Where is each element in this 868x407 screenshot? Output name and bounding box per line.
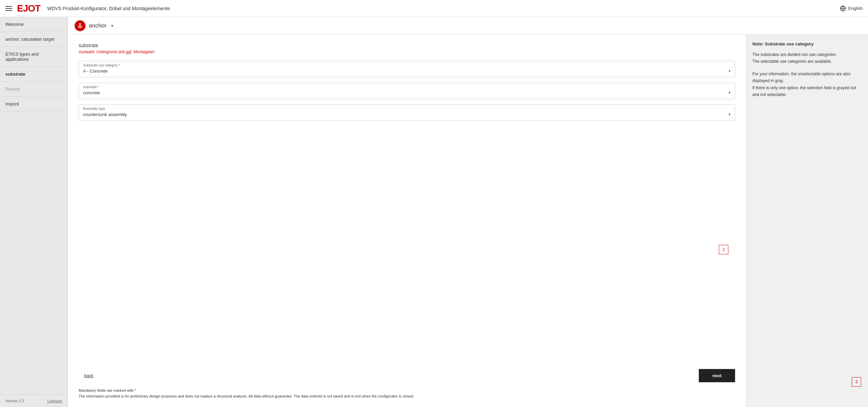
sidebar-item-results: Results xyxy=(0,82,67,97)
region-marker-2: 2 xyxy=(719,245,728,254)
section-subtitle: Auswahl: Untergrund und ggf. Montageart xyxy=(79,50,735,54)
section-title: substrate xyxy=(79,43,735,48)
header: EJOT WDVS Produkt-Konfigurator, Dübel un… xyxy=(0,0,868,17)
assembly-type-value[interactable]: countersunk assembly ▾ xyxy=(79,111,735,120)
assembly-type-select[interactable]: Assembly type countersunk assembly ▾ xyxy=(79,104,735,121)
nav-buttons: back next xyxy=(79,364,735,385)
sidebar-item-substrate[interactable]: substrate xyxy=(0,67,67,82)
right-panel-para-1: The substrates are divided into use cate… xyxy=(752,51,862,65)
substrate-use-category-label: Substrate use category * xyxy=(79,61,735,67)
substrate-use-category-select[interactable]: Substrate use category * A - Concrete ▾ xyxy=(79,61,735,77)
substrate-label: substrate * xyxy=(79,83,735,89)
substrate-select[interactable]: substrate * concrete ▾ xyxy=(79,83,735,99)
sidebar-footer: Version 2.3 Licenses xyxy=(0,394,67,407)
page-body: Welcome anchor, calculation target ETICS… xyxy=(0,17,868,407)
substrate-value[interactable]: concrete ▾ xyxy=(79,89,735,99)
right-panel: Note: Substrate use category The substra… xyxy=(746,35,868,407)
content-body: substrate Auswahl: Untergrund und ggf. M… xyxy=(68,35,868,407)
language-selector[interactable]: English xyxy=(840,5,863,12)
anchor-icon xyxy=(75,20,85,31)
right-panel-title: Note: Substrate use category xyxy=(752,41,862,46)
menu-icon[interactable] xyxy=(5,6,12,11)
form-group-substrate-category: Substrate use category * A - Concrete ▾ xyxy=(79,61,735,77)
anchor-label: anchor xyxy=(89,22,106,29)
back-button[interactable]: back xyxy=(79,370,99,381)
form-group-substrate: substrate * concrete ▾ xyxy=(79,83,735,99)
next-button[interactable]: next xyxy=(699,369,735,382)
main-spacer: 2 xyxy=(79,126,735,364)
chevron-down-icon-2: ▾ xyxy=(729,91,731,95)
main-form: substrate Auswahl: Untergrund und ggf. M… xyxy=(68,35,746,407)
form-group-assembly-type: Assembly type countersunk assembly ▾ xyxy=(79,104,735,121)
language-label: English xyxy=(848,6,863,11)
header-title: WDVS Produkt-Konfigurator, Dübel und Mon… xyxy=(47,6,170,11)
right-panel-para-2: For your information, the unselectable o… xyxy=(752,71,862,98)
chevron-down-icon: ▾ xyxy=(729,69,731,73)
licenses-link[interactable]: Licenses xyxy=(47,399,62,403)
sidebar: Welcome anchor, calculation target ETICS… xyxy=(0,17,68,407)
sidebar-item-imprint[interactable]: Imprint xyxy=(0,97,67,112)
assembly-type-label: Assembly type xyxy=(79,105,735,111)
anchor-bar: anchor ▾ xyxy=(68,17,868,35)
sidebar-item-etics[interactable]: ETICS types and applications xyxy=(0,47,67,67)
anchor-dropdown-arrow[interactable]: ▾ xyxy=(111,23,113,28)
chevron-down-icon-3: ▾ xyxy=(729,112,731,117)
sidebar-item-anchor-calc[interactable]: anchor, calculation target xyxy=(0,32,67,47)
substrate-use-category-value[interactable]: A - Concrete ▾ xyxy=(79,67,735,77)
sidebar-item-welcome[interactable]: Welcome xyxy=(0,17,67,32)
right-panel-body: The substrates are divided into use cate… xyxy=(752,51,862,98)
logo: EJOT xyxy=(17,3,40,14)
globe-icon xyxy=(840,5,846,12)
sidebar-nav: Welcome anchor, calculation target ETICS… xyxy=(0,17,67,394)
version-label: Version 2.3 xyxy=(5,399,24,403)
center-column: anchor ▾ substrate Auswahl: Untergrund u… xyxy=(68,17,868,407)
svg-point-3 xyxy=(79,23,81,25)
region-marker-3: 3 xyxy=(852,377,861,387)
mandatory-note: Mandatory fields are marked with * The i… xyxy=(79,388,735,399)
